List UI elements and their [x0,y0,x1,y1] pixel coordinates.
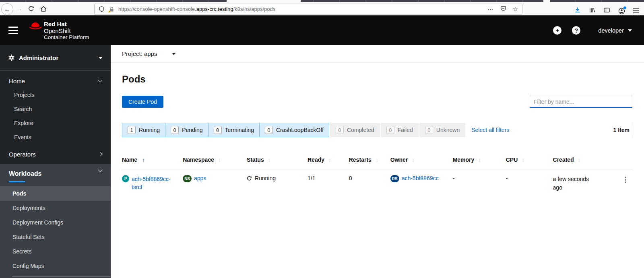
brand-line1: Red Hat [44,21,89,27]
add-button[interactable]: + [553,26,561,35]
pod-badge: P [122,175,129,182]
sort-icon: ↕ [268,157,271,163]
filter-chip-running[interactable]: 1 Running [122,123,165,137]
sort-icon: ↕ [578,157,581,163]
sidebar-group-operators[interactable]: Operators [0,147,111,161]
cell-ready: 1/1 [308,175,349,181]
filter-chip-terminating[interactable]: 0 Terminating [208,123,260,137]
browser-toolbar: ← → [0,2,644,16]
filter-chip-completed[interactable]: 0 Completed [330,123,380,137]
sidebar-item-explore[interactable]: Explore [0,116,111,130]
filter-chip-crashloopbackoff[interactable]: 0 CrashLoopBackOff [259,123,329,137]
main-content: Project: apps Pods Create Pod 1 Running … [111,45,644,278]
column-header-name[interactable]: Name ↑ [122,157,183,163]
sidebar-item-stateful-sets[interactable]: Stateful Sets [0,230,111,244]
redhat-fedora-icon [29,21,42,31]
shield-icon[interactable] [99,6,105,12]
url-text: https://console-openshift-console.apps-c… [118,6,275,12]
screen: ← → [0,0,644,278]
active-section-indicator [9,181,25,182]
sidebar-item-projects[interactable]: Projects [0,88,111,102]
perspective-switcher[interactable]: Administrator [0,45,111,71]
project-bar: Project: apps [111,45,644,63]
home-icon [40,6,47,12]
kebab-menu-icon[interactable] [623,175,628,185]
sidebar-item-deployment-configs[interactable]: Deployment Configs [0,215,111,230]
project-selector[interactable]: Project: apps [122,50,157,57]
chevron-down-icon [98,78,102,82]
namespace-link[interactable]: apps [194,175,206,181]
browser-forward-button[interactable]: → [16,5,23,12]
page-actions-icon[interactable]: ⋯ [488,6,494,12]
sidebar-section-workloads: Workloads Pods Deployments Deployment Co… [0,164,111,278]
column-header-created[interactable]: Created ↕ [553,157,606,163]
browser-menu-icon[interactable] [633,8,639,13]
sidebar-group-workloads[interactable]: Workloads [0,170,111,182]
brand-line3: Container Platform [44,34,89,41]
plus-icon: + [555,27,559,34]
sort-icon: ↕ [412,157,415,163]
filter-chip-unknown[interactable]: 0 Unknown [419,123,465,137]
sidebar-item-events[interactable]: Events [0,130,111,144]
cell-cpu: - [506,175,553,181]
bookmark-star-icon[interactable]: ☆ [513,6,518,13]
browser-home-button[interactable] [40,6,47,12]
account-icon[interactable] [618,8,625,14]
perspective-label: Administrator [19,54,58,61]
nav-toggle-button[interactable] [8,27,18,34]
back-arrow-icon: ← [4,6,10,13]
filter-by-name-input[interactable] [530,96,632,108]
column-header-status[interactable]: Status ↕ [247,157,308,163]
cell-restarts: 0 [349,175,390,181]
column-header-actions [606,157,633,163]
sidebar-item-pods[interactable]: Pods [0,186,111,201]
pods-table: Name ↑ Namespace ↕ Status ↕ Ready ↕ Rest… [122,148,633,198]
sort-icon: ↕ [218,157,221,163]
downloads-icon[interactable] [574,7,581,15]
sort-icon: ↕ [522,157,524,163]
select-all-filters-link[interactable]: Select all filters [471,127,509,133]
page-title: Pods [122,73,644,85]
owner-link[interactable]: ach-5bf8869cc [402,175,439,181]
cell-memory: - [453,175,506,181]
status-text: Running [255,175,276,181]
chevron-right-icon [98,152,102,156]
column-header-cpu[interactable]: CPU ↕ [506,157,553,163]
sidebar-item-search[interactable]: Search [0,102,111,116]
user-menu[interactable]: developer [598,27,632,34]
cell-created: a few seconds ago [553,175,606,192]
chevron-down-icon [98,167,102,172]
sidebar-item-secrets[interactable]: Secrets [0,244,111,259]
cell-status: Running [247,175,308,181]
library-icon[interactable] [589,7,595,15]
help-button[interactable]: ? [572,26,580,35]
pod-name-link[interactable]: ach-5bf8869cc-tsrcf [132,175,178,191]
column-header-memory[interactable]: Memory ↕ [453,157,506,163]
sort-icon: ↕ [328,157,331,163]
sidebar-item-deployments[interactable]: Deployments [0,201,111,215]
column-header-owner[interactable]: Owner ↕ [390,157,453,163]
column-header-ready[interactable]: Ready ↕ [308,157,349,163]
filter-chip-pending[interactable]: 0 Pending [165,123,208,137]
browser-back-button[interactable]: ← [1,3,13,15]
browser-url-bar[interactable]: https://console-openshift-console.apps-c… [94,4,522,14]
cell-name: P ach-5bf8869cc-tsrcf [122,175,183,191]
create-pod-button[interactable]: Create Pod [122,96,163,108]
account-notification-dot [623,6,626,9]
sidebar-item-config-maps[interactable]: Config Maps [0,259,111,273]
question-icon: ? [574,27,578,34]
sort-icon: ↕ [478,157,481,163]
column-header-restarts[interactable]: Restarts ↕ [349,157,390,163]
browser-reload-button[interactable] [28,6,34,12]
table-row: P ach-5bf8869cc-tsrcf NS apps Running [122,170,633,198]
column-header-namespace[interactable]: Namespace ↕ [183,157,247,163]
filter-chip-failed[interactable]: 0 Failed [381,123,419,137]
sidebar-toggle-icon[interactable] [603,7,610,15]
item-count: 1 Item [613,127,633,133]
replicaset-badge: RS [390,175,399,182]
username: developer [598,27,624,34]
sidebar-group-home[interactable]: Home [0,74,111,88]
lock-warning-icon[interactable] [108,6,115,12]
caret-down-icon[interactable] [172,53,176,55]
pocket-icon[interactable] [500,5,506,13]
